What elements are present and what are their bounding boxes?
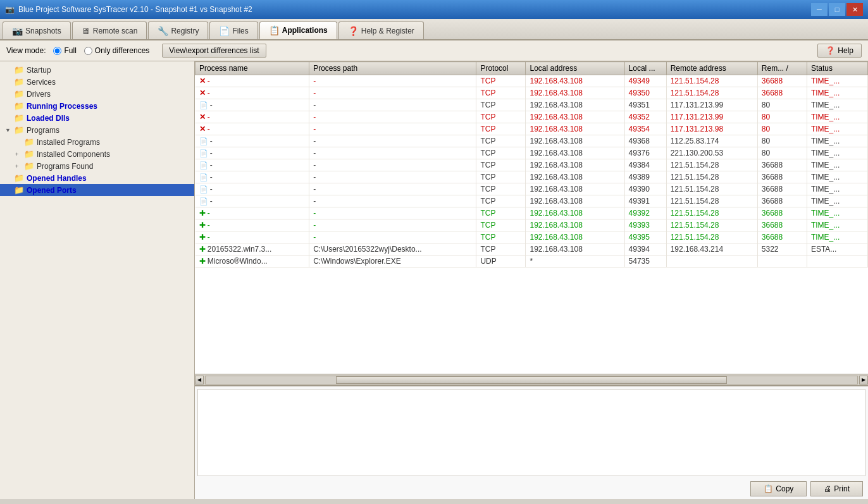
print-button[interactable]: 🖨 Print <box>810 481 863 496</box>
maximize-button[interactable]: □ <box>829 3 845 16</box>
viewmode-differences-option[interactable]: Only differences <box>84 46 150 55</box>
close-button[interactable]: ✕ <box>846 3 863 16</box>
title-bar-controls: ─ □ ✕ <box>811 3 863 16</box>
cell-remote-port <box>757 255 807 267</box>
table-row[interactable]: 📄 - - TCP 192.168.43.108 49384 121.51.15… <box>195 159 868 171</box>
table-row[interactable]: ✕ - - TCP 192.168.43.108 49350 121.51.15… <box>195 87 868 99</box>
cell-protocol: TCP <box>476 87 526 99</box>
table-row[interactable]: ✕ - - TCP 192.168.43.108 49352 117.131.2… <box>195 111 868 123</box>
tab-snapshots[interactable]: 📷 Snapshots <box>3 22 71 39</box>
cell-process-path: - <box>309 75 476 87</box>
table-row[interactable]: 📄 - - TCP 192.168.43.108 49389 121.51.15… <box>195 171 868 183</box>
tab-help-register[interactable]: ❓ Help & Register <box>338 22 424 39</box>
cell-remote-address: 121.51.154.28 <box>666 87 757 99</box>
table-row[interactable]: ✚ 20165322.win7.3... C:\Users\20165322wy… <box>195 243 868 255</box>
hscroll-left-btn[interactable]: ◀ <box>195 376 204 384</box>
tab-registry-label: Registry <box>171 27 199 35</box>
sidebar-item-installed-programs-label: Installed Programs <box>37 138 100 147</box>
table-row[interactable]: ✚ - - TCP 192.168.43.108 49393 121.51.15… <box>195 219 868 231</box>
cell-local-port: 49389 <box>624 171 666 183</box>
cell-status: TIME_... <box>807 75 867 87</box>
sidebar-item-drivers[interactable]: 📁 Drivers <box>0 88 194 100</box>
tab-applications[interactable]: 📋 Applications <box>259 22 337 39</box>
cell-remote-address: 117.131.213.99 <box>666 111 757 123</box>
cell-local-port: 49352 <box>624 111 666 123</box>
help-register-icon: ❓ <box>348 26 359 36</box>
table-row[interactable]: ✕ - - TCP 192.168.43.108 49349 121.51.15… <box>195 75 868 87</box>
export-differences-button[interactable]: View\export differences list <box>162 44 266 58</box>
sidebar-item-opened-ports[interactable]: 📁 Opened Ports <box>0 184 194 196</box>
sidebar-item-opened-handles[interactable]: 📁 Opened Handles <box>0 172 194 184</box>
copy-button[interactable]: 📋 Copy <box>750 481 807 496</box>
sidebar-item-installed-programs[interactable]: 📁 Installed Programs <box>0 136 194 148</box>
tab-files[interactable]: 📄 Files <box>209 22 257 39</box>
viewmode-full-option[interactable]: Full <box>53 46 76 55</box>
cell-protocol: TCP <box>476 123 526 135</box>
sidebar-item-services[interactable]: 📁 Services <box>0 76 194 88</box>
table-row[interactable]: ✚ - - TCP 192.168.43.108 49392 121.51.15… <box>195 207 868 219</box>
viewmode-full-radio[interactable] <box>53 47 61 55</box>
help-button[interactable]: ❓ Help <box>817 44 862 58</box>
minimize-button[interactable]: ─ <box>811 3 828 16</box>
sidebar-item-programs[interactable]: ▼ 📁 Programs <box>0 124 194 136</box>
col-status[interactable]: Status <box>807 62 867 75</box>
table-row[interactable]: 📄 - - TCP 192.168.43.108 49376 221.130.2… <box>195 147 868 159</box>
cell-local-port: 49384 <box>624 159 666 171</box>
col-process-name[interactable]: Process name <box>195 62 309 75</box>
cell-local-port: 49394 <box>624 243 666 255</box>
sidebar-item-loaded-dlls[interactable]: 📁 Loaded Dlls <box>0 112 194 124</box>
cell-remote-address: 121.51.154.28 <box>666 171 757 183</box>
sidebar-item-startup[interactable]: 📁 Startup <box>0 64 194 76</box>
table-row[interactable]: ✚ - - TCP 192.168.43.108 49395 121.51.15… <box>195 231 868 243</box>
sidebar-item-programs-found[interactable]: + 📁 Programs Found <box>0 160 194 172</box>
cell-process-name: ✚ 20165322.win7.3... <box>195 243 309 255</box>
table-row[interactable]: ✕ - - TCP 192.168.43.108 49354 117.131.2… <box>195 123 868 135</box>
col-protocol[interactable]: Protocol <box>476 62 526 75</box>
table-row[interactable]: 📄 - - TCP 192.168.43.108 49368 112.25.83… <box>195 135 868 147</box>
col-local-port[interactable]: Local ... <box>624 62 666 75</box>
tab-registry[interactable]: 🔧 Registry <box>148 22 208 39</box>
programs-found-folder-icon: 📁 <box>24 161 34 171</box>
cell-protocol: TCP <box>476 111 526 123</box>
cell-remote-address: 121.51.154.28 <box>666 75 757 87</box>
cell-remote-port: 36688 <box>757 183 807 195</box>
viewmode-differences-radio[interactable] <box>84 47 92 55</box>
col-remote-address[interactable]: Remote address <box>666 62 757 75</box>
cell-remote-address: 192.168.43.214 <box>666 243 757 255</box>
detail-buttons: 📋 Copy 🖨 Print <box>195 479 868 499</box>
cell-local-address: 192.168.43.108 <box>526 195 624 207</box>
cell-local-port: 49391 <box>624 195 666 207</box>
sidebar-item-running-processes[interactable]: 📁 Running Processes <box>0 100 194 112</box>
cell-process-path: - <box>309 111 476 123</box>
sidebar-item-loaded-dlls-label: Loaded Dlls <box>27 114 70 123</box>
table-row[interactable]: 📄 - - TCP 192.168.43.108 49351 117.131.2… <box>195 99 868 111</box>
hscroll-track[interactable] <box>205 376 858 384</box>
cell-remote-address: 221.130.200.53 <box>666 147 757 159</box>
tab-remote-scan-label: Remote scan <box>93 27 138 35</box>
sidebar-item-installed-components[interactable]: + 📁 Installed Components <box>0 148 194 160</box>
col-remote-port[interactable]: Rem... / <box>757 62 807 75</box>
cell-local-port: 49395 <box>624 231 666 243</box>
col-process-path[interactable]: Process path <box>309 62 476 75</box>
cell-local-address: 192.168.43.108 <box>526 183 624 195</box>
hscroll-thumb[interactable] <box>336 376 727 384</box>
cell-process-path: C:\Windows\Explorer.EXE <box>309 255 476 267</box>
ports-table: Process name Process path Protocol Local… <box>195 61 868 267</box>
table-row[interactable]: 📄 - - TCP 192.168.43.108 49390 121.51.15… <box>195 183 868 195</box>
remote-scan-icon: 🖥 <box>82 26 90 36</box>
cell-remote-address: 112.25.83.174 <box>666 135 757 147</box>
table-scroll[interactable]: Process name Process path Protocol Local… <box>195 61 868 374</box>
detail-panel: 📋 Copy 🖨 Print <box>195 385 868 499</box>
main-content: 📁 Startup 📁 Services 📁 Drivers 📁 Running… <box>0 61 868 499</box>
table-row[interactable]: 📄 - - TCP 192.168.43.108 49391 121.51.15… <box>195 195 868 207</box>
hscroll-right-btn[interactable]: ▶ <box>859 376 868 384</box>
tab-remote-scan[interactable]: 🖥 Remote scan <box>72 22 147 39</box>
sidebar-item-running-processes-label: Running Processes <box>27 102 97 111</box>
cell-protocol: TCP <box>476 75 526 87</box>
col-local-address[interactable]: Local address <box>526 62 624 75</box>
cell-protocol: UDP <box>476 255 526 267</box>
cell-protocol: TCP <box>476 231 526 243</box>
table-row[interactable]: ✚ Microso®Windo... C:\Windows\Explorer.E… <box>195 255 868 267</box>
hscroll-area[interactable]: ◀ ▶ <box>195 374 868 385</box>
cell-protocol: TCP <box>476 195 526 207</box>
